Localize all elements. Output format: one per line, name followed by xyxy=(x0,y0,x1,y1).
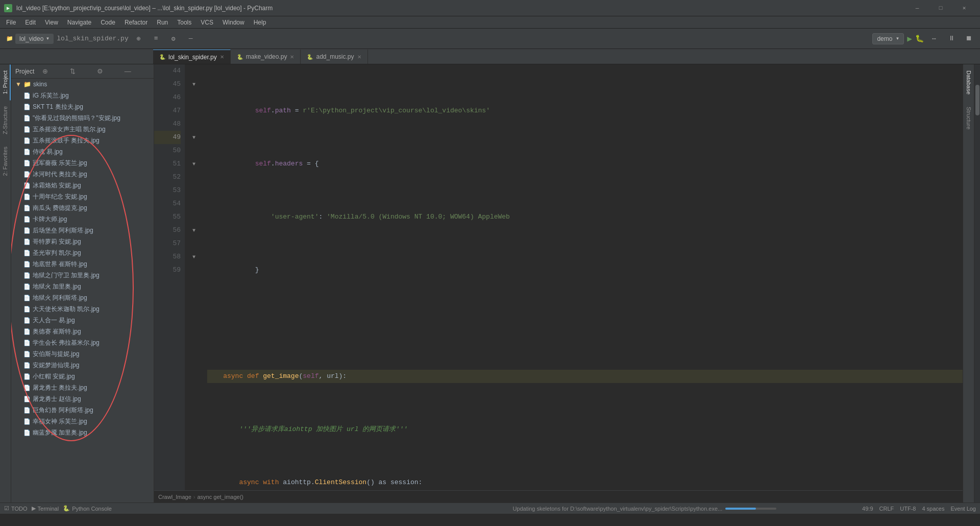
indent-settings[interactable]: 4 spaces xyxy=(922,506,944,512)
list-item[interactable]: 📄 "你看见过我的熊猫吗？"安妮.jpg xyxy=(11,112,154,124)
panel-gear-icon[interactable]: ⚙ xyxy=(97,67,122,75)
list-item[interactable]: 📄 屠龙勇士 赵信.jpg xyxy=(11,393,154,404)
panel-minimize-icon[interactable]: — xyxy=(125,67,150,75)
fold-arrow-56[interactable]: ▼ xyxy=(185,224,203,237)
list-item[interactable]: 📄 奥德赛 崔斯特.jpg xyxy=(11,326,154,337)
list-item[interactable]: 📄 冰河时代 奥拉夫.jpg xyxy=(11,169,154,180)
fold-arrow-44[interactable] xyxy=(185,64,203,78)
list-item[interactable]: 📄 小红帽 安妮.jpg xyxy=(11,371,154,382)
file-icon: 📄 xyxy=(23,227,31,234)
project-selector[interactable]: lol_video ▼ xyxy=(15,34,54,44)
sidebar-item-structure[interactable]: Structure xyxy=(963,101,974,136)
menu-help[interactable]: Help xyxy=(250,18,271,27)
list-item[interactable]: 📄 幸福女神 乐芙兰.jpg xyxy=(11,416,154,427)
list-item[interactable]: 📄 地狱火 加里奥.jpg xyxy=(11,281,154,292)
list-item[interactable]: 📄 地狱火 阿利斯塔.jpg xyxy=(11,292,154,303)
sidebar-item-database[interactable]: Database xyxy=(963,64,974,101)
list-item[interactable]: 📄 侍魂 易.jpg xyxy=(11,146,154,157)
list-item[interactable]: 📄 iG 乐芙兰.jpg xyxy=(11,90,154,101)
tree-folder-skins[interactable]: ▼ 📁 skins xyxy=(11,79,154,90)
stop-button[interactable]: ⏹ xyxy=(962,32,976,46)
list-item[interactable]: 📄 屠龙勇士 奥拉夫.jpg xyxy=(11,382,154,393)
line-ending[interactable]: CRLF xyxy=(879,506,894,512)
menu-code[interactable]: Code xyxy=(96,18,119,27)
list-item[interactable]: 📄 巨角幻兽 阿利斯塔.jpg xyxy=(11,404,154,416)
list-item[interactable]: 📄 冰霜烙焰 安妮.jpg xyxy=(11,180,154,191)
list-item[interactable]: 📄 地狱之门守卫 加里奥.jpg xyxy=(11,270,154,281)
list-item[interactable]: 📄 五杀摇滚鼓手 奥拉夫.jpg xyxy=(11,135,154,146)
list-item[interactable]: 📄 南瓜头 费德提克.jpg xyxy=(11,202,154,213)
folder-label: skins xyxy=(33,81,47,88)
terminal-button[interactable]: ▶ Terminal xyxy=(32,505,59,512)
menu-refactor[interactable]: Refactor xyxy=(120,18,152,27)
run-button[interactable]: ▶ xyxy=(907,34,912,44)
fold-arrow-49[interactable]: ▼ xyxy=(185,131,203,144)
minimize-button[interactable]: — xyxy=(905,0,929,16)
fold-arrow-51[interactable]: ▼ xyxy=(185,157,203,171)
menu-view[interactable]: View xyxy=(41,18,62,27)
menu-navigate[interactable]: Navigate xyxy=(63,18,95,27)
list-item[interactable]: 📄 安妮梦游仙境.jpg xyxy=(11,360,154,371)
list-item[interactable]: 📄 十周年纪念 安妮.jpg xyxy=(11,191,154,202)
list-item[interactable]: 📄 哥特萝莉 安妮.jpg xyxy=(11,236,154,247)
tab-make-video[interactable]: 🐍 make_video.py ✕ xyxy=(231,50,301,64)
fold-arrow-45[interactable]: ▼ xyxy=(185,78,203,91)
list-item[interactable]: 📄 五杀摇滚女声主唱 凯尔.jpg xyxy=(11,124,154,135)
breadcrumb-crawl-image[interactable]: Crawl_Image xyxy=(158,494,191,500)
sidebar-item-favorites[interactable]: 2: Favorites xyxy=(0,140,11,182)
menu-run[interactable]: Run xyxy=(153,18,172,27)
more-run-options[interactable]: ⋯ xyxy=(927,32,941,46)
scrollbar-thumb[interactable] xyxy=(975,85,979,115)
file-icon: 📄 xyxy=(23,205,31,211)
add-button[interactable]: ⊕ xyxy=(132,32,146,46)
run-pause-button[interactable]: ⏸ xyxy=(944,32,959,46)
list-item[interactable]: 📄 SKT T1 奥拉夫.jpg xyxy=(11,101,154,112)
fold-arrow-58[interactable]: ▼ xyxy=(185,250,203,264)
tab-close-icon-3[interactable]: ✕ xyxy=(357,54,361,60)
file-name: 圣光审判 凯尔.jpg xyxy=(33,249,81,257)
python-console-button[interactable]: 🐍 Python Console xyxy=(63,505,112,512)
list-item[interactable]: 📄 安伯斯与提妮.jpg xyxy=(11,348,154,360)
list-item[interactable]: 📄 地底世界 崔斯特.jpg xyxy=(11,258,154,270)
file-icon: 📄 xyxy=(23,396,31,402)
list-button[interactable]: ≡ xyxy=(149,32,163,46)
list-item[interactable]: 📄 卡牌大师.jpg xyxy=(11,213,154,225)
tab-add-music[interactable]: 🐍 add_music.py ✕ xyxy=(301,50,368,64)
todo-button[interactable]: ☑ TODO xyxy=(4,505,28,512)
close-button[interactable]: ✕ xyxy=(952,0,976,16)
list-item[interactable]: 📄 大天使长米迦勒 凯尔.jpg xyxy=(11,303,154,315)
menu-vcs[interactable]: VCS xyxy=(197,18,217,27)
vertical-scrollbar[interactable] xyxy=(974,64,980,503)
panel-sort-icon[interactable]: ⇅ xyxy=(70,67,95,75)
collapse-button[interactable]: — xyxy=(184,32,198,46)
list-item[interactable]: 📄 后场堡垒 阿利斯塔.jpg xyxy=(11,225,154,236)
event-log-button[interactable]: Event Log xyxy=(950,506,976,512)
code-line-51: async with aiohttp.ClientSession() as se… xyxy=(207,476,963,489)
panel-add-icon[interactable]: ⊕ xyxy=(42,67,67,75)
tab-close-icon-2[interactable]: ✕ xyxy=(290,54,294,60)
code-editor[interactable]: 44 45 46 47 48 49 50 51 52 53 54 55 56 5… xyxy=(154,64,963,503)
tab-lol-skin-spider[interactable]: 🐍 lol_skin_spider.py ✕ xyxy=(153,50,231,64)
menu-window[interactable]: Window xyxy=(218,18,249,27)
menu-tools[interactable]: Tools xyxy=(173,18,195,27)
maximize-button[interactable]: □ xyxy=(929,0,952,16)
menu-file[interactable]: File xyxy=(2,18,20,27)
list-item[interactable]: 📄 冠军薔薇 乐芙兰.jpg xyxy=(11,157,154,169)
cursor-position[interactable]: 49:9 xyxy=(862,506,873,512)
list-item[interactable]: 📄 学生会长 弗拉基米尔.jpg xyxy=(11,337,154,348)
settings-gear-icon[interactable]: ⚙ xyxy=(166,32,181,46)
file-icon: 📄 xyxy=(23,182,31,189)
tab-close-icon[interactable]: ✕ xyxy=(220,54,224,60)
list-item[interactable]: 📄 圣光审判 凯尔.jpg xyxy=(11,247,154,258)
list-item[interactable]: 📄 天人合一 易.jpg xyxy=(11,315,154,326)
list-item[interactable]: 📄 幽蓝梦魇 加里奥.jpg xyxy=(11,427,154,438)
debug-button[interactable]: 🐛 xyxy=(915,34,924,43)
sidebar-item-project[interactable]: 1: Project xyxy=(0,64,11,100)
file-encoding[interactable]: UTF-8 xyxy=(900,506,916,512)
menu-edit[interactable]: Edit xyxy=(21,18,40,27)
run-configuration[interactable]: demo ▼ xyxy=(872,33,904,44)
code-lines[interactable]: self.path = r'E:\python_project\vip_cour… xyxy=(203,64,963,490)
breadcrumb-get-image[interactable]: async get_image() xyxy=(197,494,243,500)
run-config-dropdown-icon: ▼ xyxy=(895,36,899,41)
sidebar-item-structure-z[interactable]: Z-Structure xyxy=(0,100,11,140)
